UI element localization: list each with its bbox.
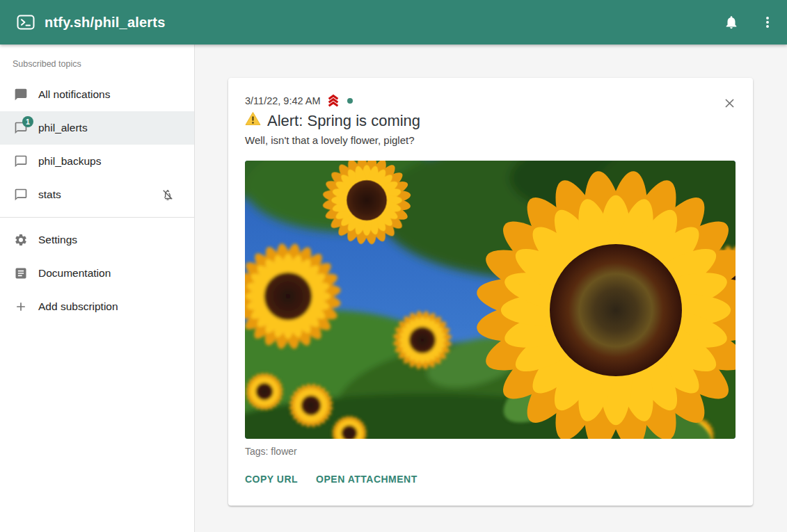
- chat-bubble-filled-icon: [14, 88, 28, 102]
- sidebar-item-label: phil_alerts: [38, 122, 88, 134]
- sidebar-item-phil-backups[interactable]: phil_backups: [0, 145, 194, 178]
- terminal-logo-icon: [17, 14, 35, 31]
- sidebar-item-stats[interactable]: stats: [0, 178, 194, 211]
- timestamp: 3/11/22, 9:42 AM: [245, 95, 321, 106]
- article-icon: [14, 266, 28, 280]
- notifications-muted-icon: [161, 188, 175, 202]
- sidebar-divider: [0, 217, 194, 218]
- notification-card: 3/11/22, 9:42 AM: [228, 78, 753, 506]
- app-bar: ntfy.sh/phil_alerts: [0, 0, 787, 45]
- sidebar-item-label: stats: [38, 188, 61, 201]
- notification-title: Alert: Spring is coming: [267, 111, 420, 131]
- sidebar-item-documentation[interactable]: Documentation: [0, 257, 194, 290]
- sidebar-item-settings[interactable]: Settings: [0, 223, 194, 257]
- main-content: 3/11/22, 9:42 AM: [195, 45, 787, 532]
- chat-bubble-outline-icon: [14, 188, 28, 202]
- notification-actions: COPY URL OPEN ATTACHMENT: [245, 467, 736, 492]
- gear-icon: [14, 233, 28, 247]
- unread-count-badge: 1: [22, 116, 33, 127]
- notification-title-row: Alert: Spring is coming: [245, 111, 736, 131]
- sidebar-item-label: Settings: [38, 234, 77, 246]
- copy-url-button[interactable]: COPY URL: [245, 467, 298, 492]
- sidebar-item-label: phil_backups: [38, 155, 101, 168]
- close-icon[interactable]: [721, 95, 738, 111]
- priority-max-icon: [326, 94, 341, 108]
- overflow-menu-icon[interactable]: [759, 14, 776, 31]
- sidebar: Subscribed topics All notifications 1 ph…: [0, 45, 195, 532]
- subscribed-topics-caption: Subscribed topics: [0, 45, 194, 78]
- notifications-bell-icon[interactable]: [723, 14, 740, 31]
- sidebar-item-all-notifications[interactable]: All notifications: [0, 78, 194, 111]
- notification-meta: 3/11/22, 9:42 AM: [245, 95, 736, 107]
- warning-emoji-icon: [245, 111, 261, 131]
- plus-icon: [14, 300, 28, 314]
- open-attachment-button[interactable]: OPEN ATTACHMENT: [316, 467, 418, 492]
- notification-body: Well, isn't that a lovely flower, piglet…: [245, 134, 736, 147]
- sidebar-item-phil-alerts[interactable]: 1 phil_alerts: [0, 111, 194, 145]
- sidebar-item-add-subscription[interactable]: Add subscription: [0, 290, 194, 323]
- page-title: ntfy.sh/phil_alerts: [45, 15, 165, 31]
- attachment-image[interactable]: [245, 161, 736, 439]
- unread-dot: [347, 98, 353, 104]
- sidebar-item-label: All notifications: [38, 88, 110, 101]
- sidebar-item-label: Add subscription: [38, 300, 118, 313]
- chat-bubble-outline-icon: [14, 154, 28, 168]
- chat-bubble-outline-icon: 1: [14, 121, 28, 135]
- notification-tags: Tags: flower: [245, 446, 736, 457]
- sidebar-item-label: Documentation: [38, 267, 111, 280]
